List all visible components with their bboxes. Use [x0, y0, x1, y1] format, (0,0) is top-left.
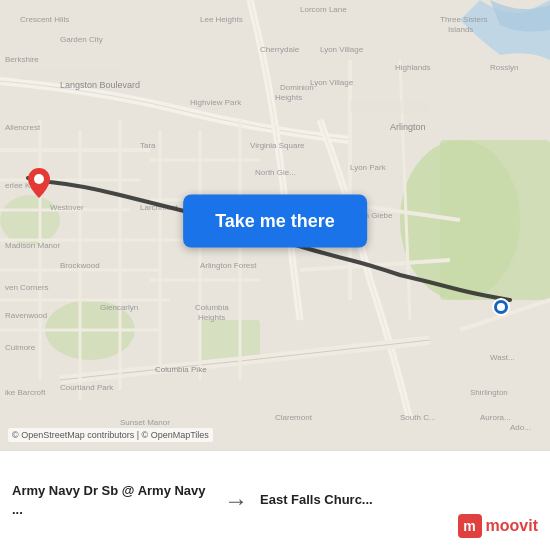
- origin-dot: [492, 298, 510, 316]
- svg-text:Glencarlyn: Glencarlyn: [100, 303, 138, 312]
- svg-text:Sunset Manor: Sunset Manor: [120, 418, 170, 427]
- map-attribution: © OpenStreetMap contributors | © OpenMap…: [8, 428, 213, 442]
- svg-text:Highview Park: Highview Park: [190, 98, 242, 107]
- svg-text:Claremont: Claremont: [275, 413, 313, 422]
- svg-rect-29: [20, 68, 120, 80]
- svg-text:Lyon Village: Lyon Village: [320, 45, 364, 54]
- svg-text:Rosslyn: Rosslyn: [490, 63, 518, 72]
- svg-text:Aurora...: Aurora...: [480, 413, 511, 422]
- svg-text:Islands: Islands: [448, 25, 473, 34]
- origin-name: Army Navy Dr Sb @ Army Navy ...: [12, 482, 212, 518]
- svg-text:Brockwood: Brockwood: [60, 261, 100, 270]
- svg-text:Lee Heights: Lee Heights: [200, 15, 243, 24]
- svg-text:Westover: Westover: [50, 203, 84, 212]
- svg-text:Ado...: Ado...: [510, 423, 531, 432]
- destination-name: East Falls Churc...: [260, 491, 440, 509]
- svg-text:Virginia Square: Virginia Square: [250, 141, 305, 150]
- svg-text:Columbia: Columbia: [195, 303, 229, 312]
- svg-text:Ravenwood: Ravenwood: [5, 311, 47, 320]
- svg-text:Lorcom Lane: Lorcom Lane: [300, 5, 347, 14]
- svg-text:Dominion: Dominion: [280, 83, 314, 92]
- destination-pin: [28, 168, 50, 198]
- svg-text:Columbia Pike: Columbia Pike: [155, 365, 207, 374]
- svg-text:Highlands: Highlands: [395, 63, 431, 72]
- svg-text:Crescent Hills: Crescent Hills: [20, 15, 69, 24]
- svg-text:ike Barcroft: ike Barcroft: [5, 388, 46, 397]
- svg-text:Three Sisters: Three Sisters: [440, 15, 488, 24]
- svg-text:Wast...: Wast...: [490, 353, 515, 362]
- svg-text:North Gle...: North Gle...: [255, 168, 296, 177]
- moovit-logo: m moovit: [458, 514, 538, 538]
- svg-text:Arlington: Arlington: [390, 122, 426, 132]
- svg-text:Arlington Forest: Arlington Forest: [200, 261, 257, 270]
- svg-text:Langston Boulevard: Langston Boulevard: [60, 80, 140, 90]
- origin-station: Army Navy Dr Sb @ Army Navy ...: [12, 482, 212, 518]
- svg-text:Heights: Heights: [275, 93, 302, 102]
- svg-text:Culmore: Culmore: [5, 343, 36, 352]
- destination-station: East Falls Churc...: [260, 491, 440, 509]
- svg-text:Heights: Heights: [198, 313, 225, 322]
- svg-text:Berkshire: Berkshire: [5, 55, 39, 64]
- svg-text:Allencrest: Allencrest: [5, 123, 41, 132]
- svg-text:Cherrydale: Cherrydale: [260, 45, 300, 54]
- svg-text:Lyon Park: Lyon Park: [350, 163, 387, 172]
- svg-text:ven Corners: ven Corners: [5, 283, 49, 292]
- svg-rect-28: [350, 100, 430, 114]
- svg-text:Courtland Park: Courtland Park: [60, 383, 114, 392]
- moovit-logo-icon: m: [458, 514, 482, 538]
- svg-point-77: [34, 174, 44, 184]
- direction-arrow: →: [224, 487, 248, 515]
- svg-text:Garden City: Garden City: [60, 35, 103, 44]
- moovit-brand-name: moovit: [486, 517, 538, 535]
- svg-text:Lyon Village: Lyon Village: [310, 78, 354, 87]
- map-container: Langston Boulevard Arlington North Gle..…: [0, 0, 550, 450]
- svg-text:Madison Manor: Madison Manor: [5, 241, 60, 250]
- take-me-there-button[interactable]: Take me there: [183, 194, 367, 247]
- svg-text:Shirlington: Shirlington: [470, 388, 508, 397]
- svg-text:Tara: Tara: [140, 141, 156, 150]
- svg-text:South C...: South C...: [400, 413, 436, 422]
- svg-rect-4: [200, 320, 260, 360]
- svg-point-79: [497, 303, 505, 311]
- bottom-bar: Army Navy Dr Sb @ Army Navy ... → East F…: [0, 450, 550, 550]
